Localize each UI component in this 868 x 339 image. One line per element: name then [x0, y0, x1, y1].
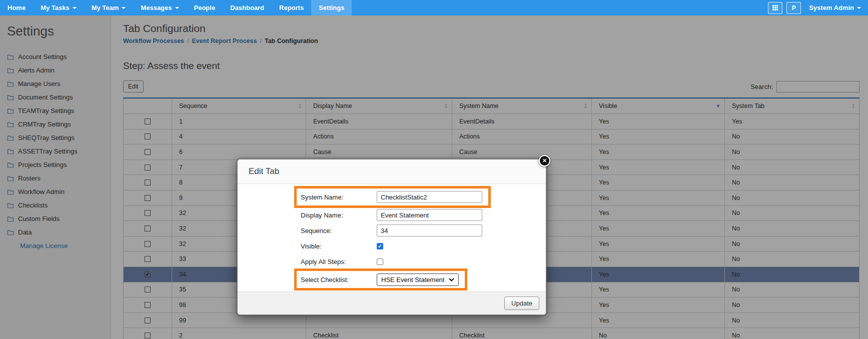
- nav-item-messages[interactable]: Messages: [133, 0, 186, 16]
- field-label-system-name: System Name:: [301, 194, 377, 201]
- nav-item-people[interactable]: People: [187, 0, 223, 16]
- field-label-select-checklist: Select Checklist:: [301, 276, 377, 284]
- user-menu[interactable]: System Admin: [809, 4, 861, 12]
- caret-down-icon: [857, 7, 861, 9]
- field-row-visible: Visible:✓: [301, 240, 546, 252]
- nav-item-dashboard[interactable]: Dashboard: [223, 0, 272, 16]
- top-navbar: HomeMy TasksMy TeamMessagesPeopleDashboa…: [0, 0, 868, 16]
- field-label-display-name: Display Name:: [301, 212, 377, 219]
- selected-option-label: HSE Event Statement: [381, 276, 444, 284]
- sequence-input[interactable]: [377, 224, 482, 236]
- system-name-input[interactable]: [377, 191, 482, 203]
- apply-all-steps-checkbox[interactable]: [377, 258, 383, 265]
- visible-checkbox[interactable]: ✓: [377, 243, 383, 250]
- dialog-body: System Name:Display Name:Sequence:Visibl…: [238, 184, 546, 292]
- field-row-sequence: Sequence:: [301, 224, 546, 237]
- apps-grid-icon: [772, 5, 778, 10]
- display-name-input[interactable]: [377, 209, 482, 221]
- nav-item-my-tasks[interactable]: My Tasks: [33, 0, 84, 16]
- nav-item-my-team[interactable]: My Team: [84, 0, 134, 16]
- field-row-system-name: System Name:: [294, 186, 491, 208]
- update-button[interactable]: Update: [504, 296, 539, 310]
- dialog-footer: Update: [238, 292, 546, 314]
- field-label-sequence: Sequence:: [301, 227, 377, 234]
- nav-right: P System Admin: [768, 0, 868, 16]
- nav-item-home[interactable]: Home: [0, 0, 33, 16]
- field-row-apply-all-steps: Apply All Steps:: [301, 255, 546, 268]
- apps-grid-button[interactable]: [768, 2, 782, 14]
- field-label-visible: Visible:: [301, 242, 377, 250]
- select-checklist-select[interactable]: HSE Event Statement: [377, 274, 459, 286]
- caret-down-icon: [73, 7, 77, 9]
- caret-down-icon: [122, 7, 126, 9]
- user-menu-label: System Admin: [809, 4, 854, 12]
- profile-initial-button[interactable]: P: [786, 2, 801, 14]
- edit-tab-dialog: ✕ Edit Tab System Name:Display Name:Sequ…: [237, 159, 546, 315]
- field-label-apply-all-steps: Apply All Steps:: [301, 258, 377, 266]
- field-row-select-checklist: Select Checklist:HSE Event Statement: [294, 268, 467, 290]
- dialog-title: Edit Tab: [238, 160, 546, 184]
- close-icon[interactable]: ✕: [539, 155, 550, 166]
- field-row-display-name: Display Name:: [301, 208, 546, 222]
- nav-menu: HomeMy TasksMy TeamMessagesPeopleDashboa…: [0, 0, 352, 16]
- chevron-down-icon: [449, 278, 454, 282]
- nav-item-reports[interactable]: Reports: [272, 0, 311, 16]
- caret-down-icon: [175, 7, 179, 9]
- nav-item-settings[interactable]: Settings: [311, 0, 352, 16]
